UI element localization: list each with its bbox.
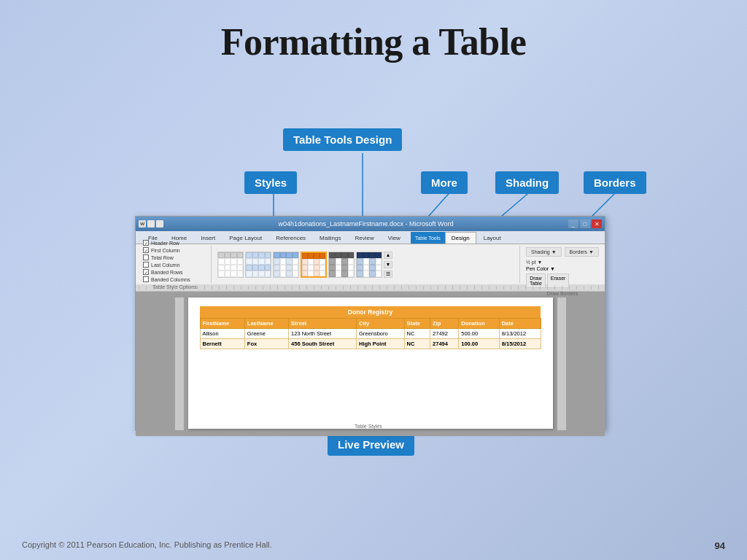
checkbox-first-column-box[interactable] xyxy=(143,247,149,253)
tab-references[interactable]: References xyxy=(269,232,312,244)
style-swatch-1[interactable] xyxy=(217,252,244,278)
tab-review[interactable]: Review xyxy=(348,232,380,244)
checkbox-banded-columns-label: Banded Columns xyxy=(151,277,190,282)
cell-street-2: 456 South Street xyxy=(289,339,357,349)
cell-zip-1: 27492 xyxy=(430,329,459,339)
gallery-more-button[interactable]: ☰ xyxy=(384,271,392,278)
checkbox-header-row: Header Row xyxy=(143,240,206,246)
cell-lastname-2: Fox xyxy=(244,339,288,349)
title-bar: W w04h1donations_LastnameFirstname.docx … xyxy=(136,217,605,231)
slide-container: Formatting a Table Table Tools Design St… xyxy=(0,0,747,560)
callout-more: More xyxy=(421,171,468,194)
close-icon[interactable]: ✕ xyxy=(592,219,602,228)
checkbox-header-row-box[interactable] xyxy=(143,240,149,246)
gallery-scroll-up[interactable]: ▲ xyxy=(384,252,392,259)
checkbox-header-row-label: Header Row xyxy=(151,241,179,246)
cell-firstname-1: Allison xyxy=(200,329,244,339)
cell-donation-1: 500.00 xyxy=(459,329,499,339)
donor-table: Donor Registry FirstName LastName Street… xyxy=(200,306,541,349)
table-style-options-section: Header Row First Column Total Row Last C… xyxy=(139,246,212,283)
slide-title: Formatting a Table xyxy=(0,0,747,63)
section-label-draw-borders: Draw Borders xyxy=(526,291,599,296)
callout-borders: Borders xyxy=(584,171,646,194)
style-swatch-3[interactable] xyxy=(273,252,299,278)
callout-live-preview: Live Preview xyxy=(328,433,414,456)
word-window: W w04h1donations_LastnameFirstname.docx … xyxy=(135,216,605,431)
callout-styles: Styles xyxy=(244,171,297,194)
borders-button[interactable]: Borders ▼ xyxy=(565,247,599,257)
cell-zip-2: 27494 xyxy=(430,339,459,349)
col-header-state: State xyxy=(404,319,430,329)
copyright-text: Copyright © 2011 Pearson Education, Inc.… xyxy=(22,540,272,551)
checkbox-banded-rows-label: Banded Rows xyxy=(151,270,183,275)
cell-state-2: NC xyxy=(404,339,430,349)
tab-view[interactable]: View xyxy=(382,232,407,244)
gallery-scroll-controls: ▲ ▼ ☰ xyxy=(384,250,392,279)
col-header-zip: Zip xyxy=(430,319,459,329)
checkbox-banded-columns: Banded Columns xyxy=(143,276,206,282)
checkbox-last-column-box[interactable] xyxy=(143,262,149,268)
col-header-street: Street xyxy=(289,319,357,329)
checkbox-banded-columns-box[interactable] xyxy=(143,276,149,282)
checkbox-total-row-label: Total Row xyxy=(151,255,174,260)
cell-firstname-2: Bernett xyxy=(200,339,244,349)
table-row: Allison Greene 123 North Street Greensbo… xyxy=(200,329,541,339)
footer: Copyright © 2011 Pearson Education, Inc.… xyxy=(0,540,747,551)
callout-table-tools-design: Table Tools Design xyxy=(283,128,402,151)
cell-donation-2: 100.00 xyxy=(459,339,499,349)
style-swatch-5[interactable] xyxy=(328,252,355,278)
table-tools-group-label: Table Tools xyxy=(411,232,445,244)
restore-icon[interactable]: □ xyxy=(580,219,590,228)
cell-city-2: High Point xyxy=(357,339,404,349)
cell-city-1: Greensboro xyxy=(357,329,404,339)
ribbon-controls: Header Row First Column Total Row Last C… xyxy=(136,244,605,284)
document-area: Donor Registry FirstName LastName Street… xyxy=(136,292,605,436)
table-title-cell: Donor Registry xyxy=(200,306,541,319)
checkbox-first-column-label: First Column xyxy=(151,248,180,253)
col-header-firstname: FirstName xyxy=(200,319,244,329)
cell-lastname-1: Greene xyxy=(244,329,288,339)
style-swatch-2[interactable] xyxy=(245,252,271,278)
table-header-row: FirstName LastName Street City State Zip… xyxy=(200,319,541,329)
left-sidebar xyxy=(175,298,184,430)
window-controls: _ □ ✕ xyxy=(568,219,602,228)
tab-page-layout[interactable]: Page Layout xyxy=(222,232,268,244)
callout-shading: Shading xyxy=(495,171,559,194)
tab-design[interactable]: Design xyxy=(445,232,476,244)
gallery-scroll-down[interactable]: ▼ xyxy=(384,261,392,268)
col-header-date: Date xyxy=(499,319,541,329)
shading-button[interactable]: Shading ▼ xyxy=(526,247,562,257)
cell-date-1: 8/13/2012 xyxy=(499,329,541,339)
tab-layout[interactable]: Layout xyxy=(477,232,508,244)
cell-date-2: 8/15/2012 xyxy=(499,339,541,349)
checkbox-banded-rows-box[interactable] xyxy=(143,269,149,275)
checkbox-last-column: Last Column xyxy=(143,262,206,268)
style-swatch-6[interactable] xyxy=(356,252,382,278)
cell-street-1: 123 North Street xyxy=(289,329,357,339)
table-styles-gallery: ▲ ▼ ☰ Table Styles xyxy=(214,246,520,283)
checkbox-banded-rows: Banded Rows xyxy=(143,269,206,275)
document-page: Donor Registry FirstName LastName Street… xyxy=(188,298,553,429)
right-sidebar xyxy=(557,298,566,430)
checkbox-last-column-label: Last Column xyxy=(151,262,179,268)
cell-state-1: NC xyxy=(404,329,430,339)
page-number: 94 xyxy=(715,540,725,551)
col-header-city: City xyxy=(357,319,404,329)
checkbox-first-column: First Column xyxy=(143,247,206,253)
col-header-donation: Donation xyxy=(459,319,499,329)
tab-mailings[interactable]: Mailings xyxy=(313,232,347,244)
checkbox-total-row: Total Row xyxy=(143,254,206,260)
minimize-icon[interactable]: _ xyxy=(568,219,578,228)
table-row: Bernett Fox 456 South Street High Point … xyxy=(200,339,541,349)
checkbox-total-row-box[interactable] xyxy=(143,254,149,260)
col-header-lastname: LastName xyxy=(244,319,288,329)
style-swatch-4-active[interactable] xyxy=(301,252,327,278)
draw-borders-section: Shading ▼ Borders ▼ ½ pt ▼ Pen Color ▼ D… xyxy=(523,246,602,283)
table-title-row: Donor Registry xyxy=(200,306,541,319)
title-bar-text: w04h1donations_LastnameFirstname.docx - … xyxy=(163,220,568,228)
